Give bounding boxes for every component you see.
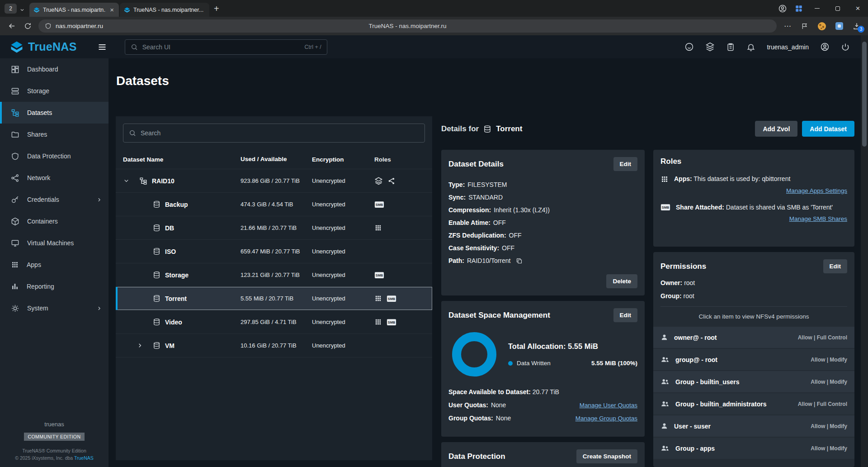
sidebar-item-label: Datasets [27, 109, 52, 116]
sidebar-item-data-protection[interactable]: Data Protection [0, 145, 108, 167]
window-maximize-button[interactable] [827, 0, 848, 17]
tab-menu-caret-icon[interactable] [19, 7, 25, 13]
manage-smb-shares-link[interactable]: Manage SMB Shares [789, 215, 847, 222]
tab-close-icon[interactable]: × [109, 6, 115, 13]
new-tab-button[interactable]: + [214, 4, 219, 13]
edit-permissions-button[interactable]: Edit [823, 259, 848, 273]
details-title-prefix: Details for [441, 124, 479, 133]
sidebar-item-network[interactable]: Network [0, 167, 108, 189]
sidebar-item-label: Shares [27, 131, 47, 138]
manage-group-quotas-link[interactable]: Manage Group Quotas [576, 415, 637, 422]
window-close-button[interactable]: × [848, 0, 868, 17]
edit-dataset-details-button[interactable]: Edit [613, 157, 638, 171]
sidebar-item-dashboard[interactable]: Dashboard [0, 58, 108, 80]
sidebar-item-label: Apps [27, 261, 41, 268]
add-dataset-button[interactable]: Add Dataset [802, 121, 854, 137]
permission-entry[interactable]: Group - builtin_administrators Allow | F… [653, 393, 854, 415]
permission-entry[interactable]: Group - apps Allow | Modify [653, 438, 854, 459]
svg-text:SMB: SMB [388, 297, 395, 301]
datasets-search[interactable] [123, 124, 425, 143]
copyright-brand-link[interactable]: TrueNAS [74, 455, 94, 461]
manage-user-quotas-link[interactable]: Manage User Quotas [580, 402, 637, 409]
permission-entry[interactable]: User - suser Allow | Modify [653, 415, 854, 437]
truenas-logo[interactable] [10, 40, 24, 54]
chevron-right-icon [96, 197, 102, 203]
table-row-torrent-selected[interactable]: Torrent 5.55 MiB / 20.77 TiB Unencrypted… [116, 286, 432, 310]
edit-space-button[interactable]: Edit [613, 308, 638, 322]
used-available: 297.85 GiB / 4.71 TiB [241, 318, 312, 326]
manage-apps-settings-link[interactable]: Manage Apps Settings [786, 187, 847, 194]
downloads-icon[interactable]: 3 [853, 22, 861, 30]
sidebar-item-containers[interactable]: Containers [0, 210, 108, 232]
permission-entry[interactable]: group@ - root Allow | Modify [653, 349, 854, 370]
table-row-video[interactable]: Video 297.85 GiB / 4.71 TiB Unencrypted … [116, 310, 432, 334]
table-row-vm[interactable]: VM 10.16 GiB / 20.77 TiB Unencrypted [116, 334, 432, 357]
user-menu-avatar-icon[interactable] [820, 42, 830, 52]
delete-dataset-button[interactable]: Delete [606, 274, 637, 288]
table-row-backup[interactable]: Backup 474.3 GiB / 4.54 TiB Unencrypted … [116, 192, 432, 216]
favorites-flag-icon[interactable] [801, 23, 808, 30]
sidebar-item-storage[interactable]: Storage [0, 80, 108, 102]
url-text: nas.moipartner.ru [56, 23, 103, 29]
window-minimize-button[interactable] [807, 0, 827, 17]
used-available: 123.21 GiB / 20.77 TiB [241, 271, 312, 279]
table-row-iso[interactable]: ISO 659.47 MiB / 20.77 TiB Unencrypted [116, 239, 432, 263]
table-row-db[interactable]: DB 21.66 MiB / 20.77 TiB Unencrypted [116, 216, 432, 239]
browser-workspaces-icon[interactable] [791, 5, 807, 13]
sidebar-item-virtual-machines[interactable]: Virtual Machines [0, 232, 108, 254]
sidebar: Dashboard Storage Datasets Shares Data P… [0, 58, 108, 467]
permission-entry[interactable]: owner@ - root Allow | Full Control [653, 327, 854, 348]
truenas-brand-text[interactable]: TrueNAS [28, 40, 77, 53]
page-scrollbar[interactable] [861, 35, 868, 467]
dataset-icon [153, 271, 160, 279]
logged-in-username[interactable]: truenas_admin [767, 43, 809, 51]
table-row-storage[interactable]: Storage 123.21 GiB / 20.77 TiB Unencrypt… [116, 263, 432, 286]
create-snapshot-button[interactable]: Create Snapshot [576, 449, 637, 463]
url-bar[interactable]: nas.moipartner.ru TrueNAS - nas.moipartn… [38, 19, 777, 33]
back-icon[interactable] [8, 22, 16, 30]
profile-avatar-icon[interactable] [774, 4, 791, 13]
permission-entry[interactable]: Group - builtin_users Allow | Modify [653, 371, 854, 392]
hostname-text: truenas [0, 421, 108, 428]
svg-text:SMB: SMB [376, 273, 383, 277]
tab-title: TrueNAS - nas.moipartn... [43, 7, 106, 13]
extension-icon[interactable] [835, 22, 843, 30]
sidebar-item-datasets[interactable]: Datasets [0, 102, 108, 124]
sidebar-item-shares[interactable]: Shares [0, 124, 108, 145]
encryption-state: Unencrypted [312, 319, 374, 325]
dataset-icon [153, 224, 160, 232]
table-row-raid10[interactable]: RAID10 923.86 GiB / 20.77 TiB Unencrypte… [116, 169, 432, 192]
copy-path-icon[interactable] [516, 257, 523, 264]
add-zvol-button[interactable]: Add Zvol [755, 121, 797, 137]
truecommand-layers-icon[interactable] [705, 42, 715, 52]
sidebar-item-label: Network [27, 174, 50, 181]
sidebar-item-credentials[interactable]: Credentials [0, 189, 108, 210]
legend-dot [508, 361, 513, 366]
alerts-bell-icon[interactable] [746, 43, 755, 52]
sidebar-item-reporting[interactable]: Reporting [0, 276, 108, 297]
expand-chevron-right-icon[interactable] [137, 342, 148, 349]
field-path: Path:RAID10/Torrent [448, 254, 637, 267]
global-search[interactable]: Ctrl + / [125, 39, 327, 55]
collapse-chevron-down-icon[interactable] [123, 177, 135, 184]
apps-role-icon [374, 224, 382, 232]
sidebar-item-apps[interactable]: Apps [0, 254, 108, 276]
power-icon[interactable] [841, 43, 850, 52]
tab-counter[interactable]: 2 [5, 4, 17, 14]
smb-share-icon: SMB [374, 272, 384, 279]
split-screen-dots-icon[interactable]: ⋯ [784, 22, 792, 30]
browser-tab-inactive[interactable]: TrueNAS - nas.moipartner... [120, 3, 209, 17]
datasets-search-input[interactable] [141, 129, 419, 137]
global-search-input[interactable] [142, 43, 300, 51]
sidebar-item-system[interactable]: System [0, 297, 108, 319]
apps-grid-icon [11, 261, 19, 269]
sidebar-toggle-hamburger-icon[interactable] [98, 43, 107, 52]
edition-line: TrueNAS® Community Edition [0, 448, 108, 453]
scrollbar-thumb[interactable] [862, 42, 867, 147]
jobs-clipboard-icon[interactable] [726, 43, 735, 52]
browser-tab-active[interactable]: TrueNAS - nas.moipartn... × [29, 3, 119, 17]
feedback-smiley-icon[interactable] [684, 42, 694, 52]
cookie-icon[interactable] [818, 22, 826, 30]
bar-chart-icon [11, 282, 19, 291]
reload-icon[interactable] [24, 22, 32, 30]
